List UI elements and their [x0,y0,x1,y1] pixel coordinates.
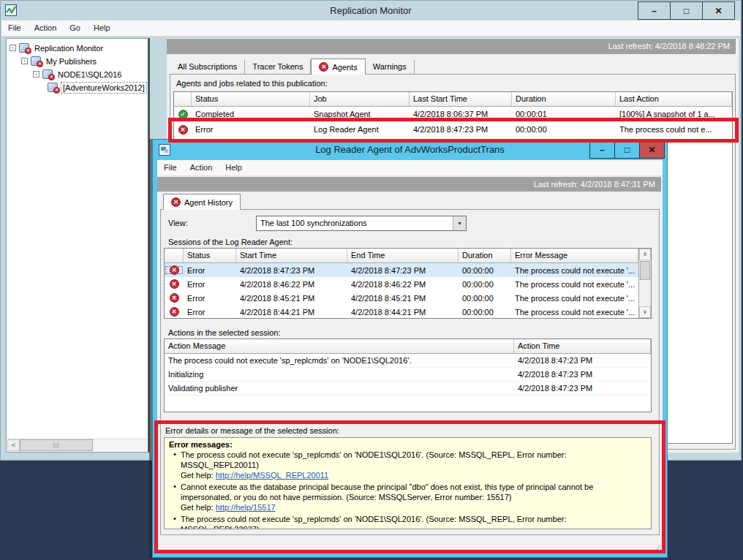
cell-last-start: 4/2/2018 8:47:23 PM [410,125,512,134]
help-link[interactable]: http://help/MSSQL_REPL20011 [216,471,329,480]
header-icon-column[interactable] [174,92,192,106]
dialog-menu-action[interactable]: Action [184,160,219,175]
tab-tracer-tokens[interactable]: Tracer Tokens [245,60,311,74]
cell-duration: 00:00:00 [459,280,511,289]
session-row[interactable]: ✕ Error 4/2/2018 8:44:21 PM 4/2/2018 8:4… [165,305,638,318]
menu-action[interactable]: Action [28,20,64,36]
scroll-down-arrow[interactable]: ∨ [639,306,651,318]
tree-label[interactable]: [AdventureWorks2012] [61,83,146,93]
tree-label[interactable]: Replication Monitor [33,43,105,53]
session-row[interactable]: ✕ Error 4/2/2018 8:46:22 PM 4/2/2018 8:4… [165,277,638,291]
close-icon: ✕ [648,145,655,155]
cell-status: Error [184,294,236,303]
tab-all-subscriptions[interactable]: All Subscriptions [170,60,245,74]
log-reader-agent-dialog: Log Reader Agent of AdvWorksProductTrans… [152,139,668,558]
action-row[interactable]: Validating publisher 4/2/2018 8:47:23 PM [165,382,651,396]
main-titlebar[interactable]: Replication Monitor – □ ✕ [1,1,741,20]
scroll-left-arrow[interactable]: < [7,439,20,451]
main-menubar: File Action Go Help [1,20,740,37]
action-row[interactable]: The process could not execute 'sp_replcm… [165,354,651,368]
cell-error-message: The process could not execute '... [511,308,638,317]
status-error-icon: ✕ [170,307,179,317]
cell-status: Error [192,125,310,134]
scrollbar-thumb[interactable]: ||| [20,439,93,451]
header-duration[interactable]: Duration [459,249,511,262]
tab-error-icon: ✕ [319,62,328,72]
header-status[interactable]: Status [184,249,236,262]
error-badge-icon: ✕ [25,48,31,54]
cell-last-action: [100%] A snapshot of 1 a... [616,110,732,118]
expander-icon[interactable]: - [10,45,16,51]
status-error-icon: ✕ [170,265,179,275]
tree-horizontal-scrollbar[interactable]: < ||| [7,439,147,451]
tab-agent-history[interactable]: ✕ Agent History [163,194,241,210]
cell-job: Log Reader Agent [310,125,410,134]
scroll-up-arrow[interactable]: ∧ [639,249,651,260]
cell-error-message: The process could not execute '... [511,294,638,303]
sessions-grid-header: Status Start Time End Time Duration Erro… [165,249,638,263]
cell-status: Error [184,266,236,275]
agent-row-log-reader[interactable]: ✕ Error Log Reader Agent 4/2/2018 8:47:2… [174,122,732,137]
error-badge-icon: ✕ [48,74,55,80]
monitor-error-icon: ✕ [19,43,29,53]
dialog-menu-help[interactable]: Help [219,160,249,175]
tree-item-adventureworks2012[interactable]: ✕ [AdventureWorks2012] [7,81,148,94]
cell-duration: 00:00:00 [459,266,511,275]
tab-warnings[interactable]: Warnings [366,60,415,74]
header-icon-column[interactable] [165,249,184,262]
minimize-button[interactable]: – [638,1,671,20]
dialog-close-button[interactable]: ✕ [639,141,665,159]
tab-agents[interactable]: ✕ Agents [311,58,365,75]
session-row[interactable]: ✕ Error 4/2/2018 8:47:23 PM 4/2/2018 8:4… [165,263,638,277]
view-label: View: [168,219,188,227]
help-link[interactable]: http://help/15517 [216,503,276,512]
cell-start-time: 4/2/2018 8:44:21 PM [236,308,347,317]
expander-icon[interactable]: - [21,58,28,64]
tree-item-my-publishers[interactable]: - ✕ My Publishers [7,55,148,67]
cell-end-time: 4/2/2018 8:47:23 PM [347,266,459,275]
scrollbar-thumb[interactable] [640,261,650,280]
sessions-vertical-scrollbar[interactable]: ∧ ∨ [638,249,651,318]
agents-jobs-label: Agents and jobs related to this publicat… [176,79,328,88]
header-job[interactable]: Job [310,92,410,106]
cell-start-time: 4/2/2018 8:47:23 PM [236,266,347,275]
dialog-titlebar[interactable]: Log Reader Agent of AdvWorksProductTrans… [153,140,667,160]
view-dropdown[interactable]: The last 100 synchronizations ▼ [256,216,467,231]
publisher-error-icon: ✕ [31,56,41,66]
action-row[interactable]: Initializing 4/2/2018 8:47:23 PM [165,368,651,382]
publication-tabs: All Subscriptions Tracer Tokens ✕ Agents… [170,58,415,74]
last-refresh-bar: Last refresh: 4/2/2018 8:48:22 PM [167,39,736,54]
tree-label[interactable]: My Publishers [45,56,98,67]
dialog-minimize-button[interactable]: – [589,141,615,159]
close-button[interactable]: ✕ [702,1,735,20]
header-end-time[interactable]: End Time [347,249,459,262]
dialog-maximize-button[interactable]: □ [614,141,640,159]
header-duration[interactable]: Duration [512,92,616,106]
header-status[interactable]: Status [192,92,310,106]
cell-status: Error [184,280,236,289]
session-row[interactable]: ✕ Error 4/2/2018 8:45:21 PM 4/2/2018 8:4… [165,291,638,305]
tree-item-replication-monitor[interactable]: - ✕ Replication Monitor [7,42,148,54]
error-message-item: • The process could not execute 'sp_repl… [169,450,645,480]
header-action-message[interactable]: Action Message [165,339,514,353]
menu-help[interactable]: Help [87,20,117,36]
dialog-menu-file[interactable]: File [157,160,184,175]
header-action-time[interactable]: Action Time [514,339,651,353]
error-messages-title: Error messages: [169,440,645,449]
menu-go[interactable]: Go [63,20,87,36]
header-last-start-time[interactable]: Last Start Time [410,92,512,106]
header-last-action[interactable]: Last Action [616,92,732,106]
header-start-time[interactable]: Start Time [236,249,347,262]
tree-label[interactable]: NODE1\SQL2016 [56,69,123,80]
header-error-message[interactable]: Error Message [511,249,638,262]
agent-row-snapshot[interactable]: ✓ Completed Snapshot Agent 4/2/2018 8:06… [174,107,732,122]
menu-file[interactable]: File [1,20,28,36]
resize-grip[interactable] [652,542,661,551]
expander-icon[interactable]: - [33,71,39,77]
error-message-text: Cannot execute as the database principal… [181,482,645,502]
tree-item-node1-sql2016[interactable]: - ✕ NODE1\SQL2016 [7,68,148,80]
bullet-icon: • [169,450,181,480]
maximize-button[interactable]: □ [670,1,703,20]
error-message-text: The process could not execute 'sp_replcm… [181,450,645,470]
chevron-down-icon[interactable]: ▼ [453,216,466,230]
